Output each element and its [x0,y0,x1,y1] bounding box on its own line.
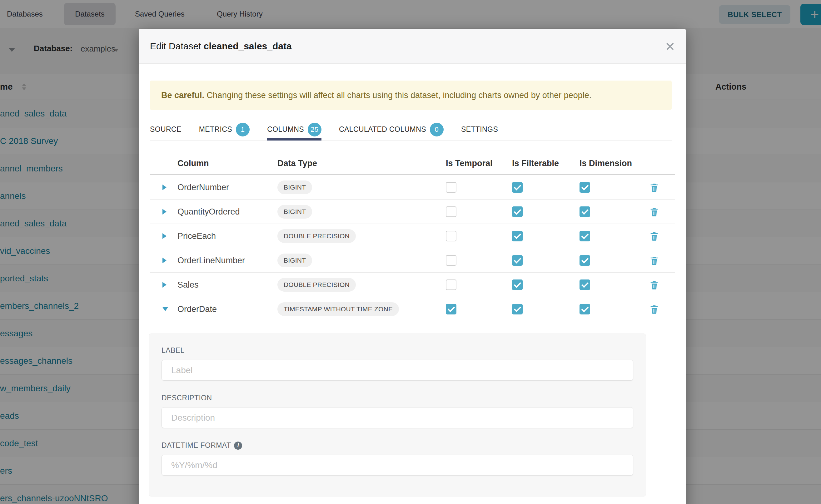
tab-source[interactable]: SOURCE [150,119,181,140]
is-filterable-checkbox[interactable] [512,182,523,193]
expand-caret-icon[interactable] [162,185,166,190]
edit-dataset-modal: Edit Dataset cleaned_sales_data × Be car… [139,29,686,504]
expand-caret-icon[interactable] [162,258,166,263]
modal-title-dataset-name: cleaned_sales_data [204,41,292,51]
columns-count-badge: 25 [308,123,321,136]
column-name: OrderLineNumber [177,255,245,265]
close-icon[interactable]: × [665,38,675,54]
column-row: QuantityOrdered BIGINT [150,199,675,224]
is-dimension-checkbox[interactable] [580,255,590,266]
modal-title-prefix: Edit Dataset [150,41,201,51]
modal-header: Edit Dataset cleaned_sales_data × [139,29,686,64]
column-row: OrderNumber BIGINT [150,175,675,199]
tab-metrics[interactable]: METRICS 1 [199,119,250,140]
label-input[interactable] [161,360,633,381]
is-filterable-checkbox[interactable] [512,279,523,290]
info-icon[interactable]: i [234,442,242,450]
trash-icon[interactable] [649,304,659,314]
calculated-columns-count-badge: 0 [430,123,444,136]
is-dimension-header: Is Dimension [580,159,632,168]
is-dimension-checkbox[interactable] [580,206,590,217]
tab-columns[interactable]: COLUMNS 25 [267,119,321,140]
column-name: Sales [177,280,199,289]
column-name: PriceEach [177,231,216,241]
is-temporal-checkbox[interactable] [446,231,457,241]
column-name: QuantityOrdered [177,207,240,216]
is-temporal-checkbox[interactable] [446,255,457,266]
metrics-count-badge: 1 [236,123,250,136]
is-dimension-checkbox[interactable] [580,304,590,314]
column-row: Sales DOUBLE PRECISION [150,272,675,297]
trash-icon[interactable] [649,231,659,241]
description-field-heading: DESCRIPTION [161,394,633,402]
screen: Databases Datasets Saved Queries Query H… [0,0,821,504]
data-type-pill: BIGINT [277,180,312,194]
data-type-pill: DOUBLE PRECISION [277,229,356,243]
is-temporal-checkbox[interactable] [446,279,457,290]
label-field-heading: LABEL [161,346,633,355]
trash-icon[interactable] [649,255,659,266]
is-temporal-checkbox[interactable] [446,182,457,193]
column-detail-panel: LABEL DESCRIPTION DATETIME FORMAT i [149,334,646,497]
is-temporal-checkbox[interactable] [446,206,457,217]
is-filterable-header: Is Filterable [512,159,559,168]
collapse-caret-icon[interactable] [162,307,168,311]
tab-calculated-columns[interactable]: CALCULATED COLUMNS 0 [339,119,444,140]
columns-table-header: Column Data Type Is Temporal Is Filterab… [150,141,675,175]
is-dimension-checkbox[interactable] [580,182,590,193]
trash-icon[interactable] [649,279,659,290]
column-row-expanded: OrderDate TIMESTAMP WITHOUT TIME ZONE [150,297,675,321]
data-type-header: Data Type [277,159,317,168]
is-dimension-checkbox[interactable] [580,231,590,241]
is-filterable-checkbox[interactable] [512,206,523,217]
is-dimension-checkbox[interactable] [580,279,590,290]
tab-settings[interactable]: SETTINGS [461,119,498,140]
column-name: OrderNumber [177,182,229,192]
column-header: Column [177,159,209,168]
expand-caret-icon[interactable] [162,209,166,215]
expand-caret-icon[interactable] [162,233,166,239]
description-input[interactable] [161,407,633,428]
data-type-pill: DOUBLE PRECISION [277,278,356,292]
is-filterable-checkbox[interactable] [512,231,523,241]
column-name: OrderDate [177,304,217,314]
modal-title: Edit Dataset cleaned_sales_data [150,41,292,52]
is-filterable-checkbox[interactable] [512,255,523,266]
datetime-format-field-heading: DATETIME FORMAT i [161,441,633,450]
is-filterable-checkbox[interactable] [512,304,523,314]
columns-table: Column Data Type Is Temporal Is Filterab… [150,141,675,321]
trash-icon[interactable] [649,182,659,193]
column-row: OrderLineNumber BIGINT [150,248,675,272]
datetime-format-input[interactable] [161,455,633,476]
data-type-pill: BIGINT [277,205,312,219]
data-type-pill: BIGINT [277,254,312,267]
is-temporal-header: Is Temporal [446,159,493,168]
warning-banner: Be careful. Changing these settings will… [150,81,672,110]
trash-icon[interactable] [649,206,659,217]
column-row: PriceEach DOUBLE PRECISION [150,224,675,248]
warning-text: Be careful. Changing these settings will… [161,91,591,100]
data-type-pill: TIMESTAMP WITHOUT TIME ZONE [277,302,399,316]
modal-tabs: SOURCE METRICS 1 COLUMNS 25 CALCULATED C… [150,119,672,141]
expand-caret-icon[interactable] [162,282,166,288]
is-temporal-checkbox[interactable] [446,304,457,314]
